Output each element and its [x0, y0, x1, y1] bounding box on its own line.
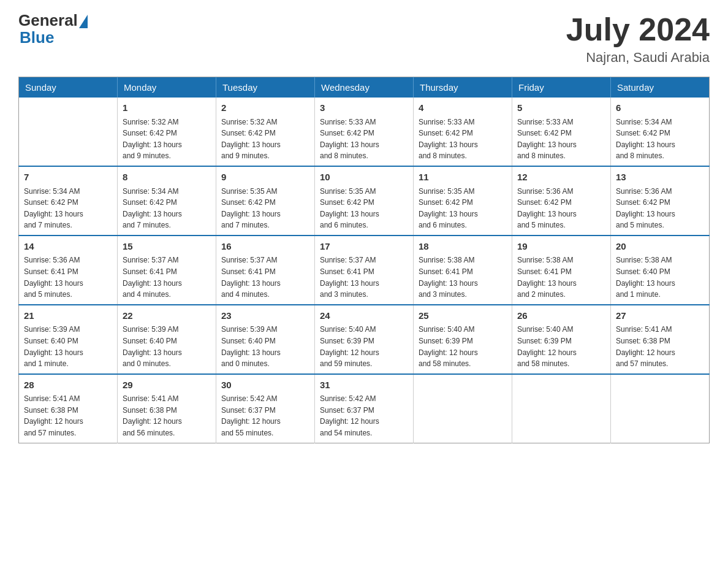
day-info: Sunrise: 5:34 AMSunset: 6:42 PMDaylight:… [616, 117, 704, 162]
table-row: 10Sunrise: 5:35 AMSunset: 6:42 PMDayligh… [315, 166, 414, 236]
table-row: 16Sunrise: 5:37 AMSunset: 6:41 PMDayligh… [216, 236, 315, 305]
day-number: 12 [517, 170, 605, 185]
day-number: 28 [24, 378, 112, 393]
table-row: 7Sunrise: 5:34 AMSunset: 6:42 PMDaylight… [19, 166, 118, 236]
day-number: 20 [616, 240, 704, 254]
day-number: 17 [320, 240, 408, 254]
logo: General Blue [18, 12, 89, 47]
col-monday: Monday [118, 77, 216, 98]
day-info: Sunrise: 5:40 AMSunset: 6:39 PMDaylight:… [517, 324, 605, 369]
table-row: 26Sunrise: 5:40 AMSunset: 6:39 PMDayligh… [512, 305, 611, 374]
day-info: Sunrise: 5:34 AMSunset: 6:42 PMDaylight:… [123, 186, 211, 231]
table-row: 20Sunrise: 5:38 AMSunset: 6:40 PMDayligh… [611, 236, 710, 305]
day-number: 31 [320, 378, 408, 393]
day-number: 5 [517, 101, 605, 115]
day-number: 16 [221, 240, 309, 254]
day-info: Sunrise: 5:33 AMSunset: 6:42 PMDaylight:… [517, 117, 605, 162]
day-info: Sunrise: 5:38 AMSunset: 6:41 PMDaylight:… [517, 255, 605, 300]
day-info: Sunrise: 5:39 AMSunset: 6:40 PMDaylight:… [123, 324, 211, 369]
page: General Blue July 2024 Najran, Saudi Ara… [0, 0, 728, 456]
table-row: 8Sunrise: 5:34 AMSunset: 6:42 PMDaylight… [118, 166, 216, 236]
day-info: Sunrise: 5:38 AMSunset: 6:40 PMDaylight:… [616, 255, 704, 300]
day-info: Sunrise: 5:36 AMSunset: 6:42 PMDaylight:… [517, 186, 605, 231]
day-info: Sunrise: 5:39 AMSunset: 6:40 PMDaylight:… [24, 324, 112, 369]
day-number: 11 [419, 170, 507, 185]
day-info: Sunrise: 5:41 AMSunset: 6:38 PMDaylight:… [123, 393, 211, 439]
table-row: 31Sunrise: 5:42 AMSunset: 6:37 PMDayligh… [315, 374, 414, 443]
day-number: 18 [419, 240, 507, 254]
calendar-week-row: 28Sunrise: 5:41 AMSunset: 6:38 PMDayligh… [19, 374, 710, 443]
col-sunday: Sunday [19, 77, 118, 98]
day-info: Sunrise: 5:38 AMSunset: 6:41 PMDaylight:… [419, 255, 507, 300]
day-info: Sunrise: 5:35 AMSunset: 6:42 PMDaylight:… [419, 186, 507, 231]
day-number: 14 [24, 240, 112, 254]
location-title: Najran, Saudi Arabia [566, 50, 710, 66]
day-number: 4 [419, 101, 507, 115]
calendar-week-row: 7Sunrise: 5:34 AMSunset: 6:42 PMDaylight… [19, 166, 710, 236]
header: General Blue July 2024 Najran, Saudi Ara… [18, 12, 710, 66]
table-row: 30Sunrise: 5:42 AMSunset: 6:37 PMDayligh… [216, 374, 315, 443]
day-info: Sunrise: 5:41 AMSunset: 6:38 PMDaylight:… [24, 393, 112, 439]
day-number: 24 [320, 309, 408, 323]
logo-blue-text: Blue [20, 28, 54, 47]
calendar-table: Sunday Monday Tuesday Wednesday Thursday… [18, 77, 710, 443]
col-tuesday: Tuesday [216, 77, 315, 98]
day-number: 7 [24, 170, 112, 185]
day-info: Sunrise: 5:42 AMSunset: 6:37 PMDaylight:… [221, 393, 309, 439]
day-number: 15 [123, 240, 211, 254]
table-row: 21Sunrise: 5:39 AMSunset: 6:40 PMDayligh… [19, 305, 118, 374]
day-info: Sunrise: 5:36 AMSunset: 6:42 PMDaylight:… [616, 186, 704, 231]
table-row: 12Sunrise: 5:36 AMSunset: 6:42 PMDayligh… [512, 166, 611, 236]
table-row: 4Sunrise: 5:33 AMSunset: 6:42 PMDaylight… [414, 98, 512, 166]
day-number: 9 [221, 170, 309, 185]
table-row: 29Sunrise: 5:41 AMSunset: 6:38 PMDayligh… [118, 374, 216, 443]
col-thursday: Thursday [414, 77, 512, 98]
table-row: 15Sunrise: 5:37 AMSunset: 6:41 PMDayligh… [118, 236, 216, 305]
day-number: 8 [123, 170, 211, 185]
day-number: 29 [123, 378, 211, 393]
col-friday: Friday [512, 77, 611, 98]
day-number: 2 [221, 101, 309, 115]
day-info: Sunrise: 5:40 AMSunset: 6:39 PMDaylight:… [419, 324, 507, 369]
day-info: Sunrise: 5:35 AMSunset: 6:42 PMDaylight:… [320, 186, 408, 231]
table-row [512, 374, 611, 443]
calendar-week-row: 14Sunrise: 5:36 AMSunset: 6:41 PMDayligh… [19, 236, 710, 305]
day-number: 10 [320, 170, 408, 185]
day-number: 26 [517, 309, 605, 323]
day-number: 22 [123, 309, 211, 323]
day-number: 1 [123, 101, 211, 115]
table-row [414, 374, 512, 443]
day-number: 27 [616, 309, 704, 323]
calendar-header-row: Sunday Monday Tuesday Wednesday Thursday… [19, 77, 710, 98]
day-info: Sunrise: 5:37 AMSunset: 6:41 PMDaylight:… [320, 255, 408, 300]
calendar-week-row: 21Sunrise: 5:39 AMSunset: 6:40 PMDayligh… [19, 305, 710, 374]
day-number: 25 [419, 309, 507, 323]
day-number: 23 [221, 309, 309, 323]
table-row [611, 374, 710, 443]
col-saturday: Saturday [611, 77, 710, 98]
day-info: Sunrise: 5:41 AMSunset: 6:38 PMDaylight:… [616, 324, 704, 369]
table-row: 13Sunrise: 5:36 AMSunset: 6:42 PMDayligh… [611, 166, 710, 236]
table-row: 11Sunrise: 5:35 AMSunset: 6:42 PMDayligh… [414, 166, 512, 236]
table-row: 27Sunrise: 5:41 AMSunset: 6:38 PMDayligh… [611, 305, 710, 374]
day-number: 13 [616, 170, 704, 185]
day-number: 3 [320, 101, 408, 115]
day-info: Sunrise: 5:37 AMSunset: 6:41 PMDaylight:… [123, 255, 211, 300]
table-row: 18Sunrise: 5:38 AMSunset: 6:41 PMDayligh… [414, 236, 512, 305]
col-wednesday: Wednesday [315, 77, 414, 98]
table-row: 6Sunrise: 5:34 AMSunset: 6:42 PMDaylight… [611, 98, 710, 166]
table-row: 5Sunrise: 5:33 AMSunset: 6:42 PMDaylight… [512, 98, 611, 166]
table-row: 3Sunrise: 5:33 AMSunset: 6:42 PMDaylight… [315, 98, 414, 166]
table-row [19, 98, 118, 166]
day-info: Sunrise: 5:33 AMSunset: 6:42 PMDaylight:… [320, 117, 408, 162]
table-row: 24Sunrise: 5:40 AMSunset: 6:39 PMDayligh… [315, 305, 414, 374]
day-number: 6 [616, 101, 704, 115]
day-info: Sunrise: 5:42 AMSunset: 6:37 PMDaylight:… [320, 393, 408, 439]
day-info: Sunrise: 5:33 AMSunset: 6:42 PMDaylight:… [419, 117, 507, 162]
day-info: Sunrise: 5:32 AMSunset: 6:42 PMDaylight:… [123, 117, 211, 162]
table-row: 19Sunrise: 5:38 AMSunset: 6:41 PMDayligh… [512, 236, 611, 305]
table-row: 9Sunrise: 5:35 AMSunset: 6:42 PMDaylight… [216, 166, 315, 236]
day-info: Sunrise: 5:34 AMSunset: 6:42 PMDaylight:… [24, 186, 112, 231]
day-info: Sunrise: 5:39 AMSunset: 6:40 PMDaylight:… [221, 324, 309, 369]
day-info: Sunrise: 5:36 AMSunset: 6:41 PMDaylight:… [24, 255, 112, 300]
